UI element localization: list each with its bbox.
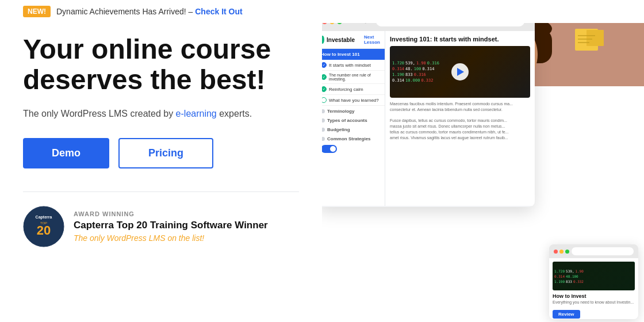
lesson-item-1[interactable]: ✓ It starts with mindset [322, 60, 385, 71]
brand-icon [322, 36, 324, 44]
small-dots [554, 250, 569, 254]
browser-chrome: ← → ↻ [322, 23, 535, 31]
forward-icon[interactable]: → [354, 23, 361, 25]
svg-text:Capterra: Capterra [36, 215, 52, 220]
left-panel: Your online course deserves the best! Th… [0, 23, 322, 322]
small-browser-chrome [549, 244, 638, 258]
play-icon [457, 68, 464, 76]
small-card-subtitle: Everything you need to know about Invest… [553, 300, 635, 304]
play-button[interactable] [451, 63, 469, 80]
group-strategies[interactable]: Common Strategies [322, 133, 385, 143]
dot-green [337, 23, 342, 24]
course-main-title: Investing 101: It starts with mindset. [390, 36, 530, 43]
toggle-track[interactable] [322, 145, 337, 153]
sidebar-section-title: How to Invest 101 [322, 49, 385, 60]
video-placeholder[interactable]: 1.720 539, 1.90 0.316 0.314 48. 100 0.31… [390, 46, 530, 98]
pricing-button[interactable]: Pricing [118, 138, 213, 168]
lesson-check-3: ✓ [322, 86, 327, 92]
next-lesson-label[interactable]: Next Lesson [364, 34, 380, 45]
course-text-content: Maecenas faucibus mollis interdum. Praes… [390, 101, 530, 141]
capterra-badge: Capterra TOP 20 [23, 206, 64, 247]
course-main: Investing 101: It starts with mindset. 1… [385, 31, 535, 206]
lesson-check-active: ✓ [322, 62, 327, 68]
lesson-check-4 [322, 97, 327, 103]
review-button[interactable]: Review [553, 310, 580, 319]
announcement-text: Dynamic Achievements Has Arrived! – Chec… [56, 7, 243, 16]
thumb-number-overlay: 1.720 539, 1.90 0.314 48.100 1.190 833 0… [553, 262, 635, 290]
svg-rect-6 [586, 30, 604, 46]
svg-text:20: 20 [37, 223, 51, 237]
main-container: Your online course deserves the best! Th… [0, 23, 644, 322]
browser-dots [322, 23, 342, 24]
small-card-title: How to Invest [553, 293, 635, 299]
toggle-thumb [330, 146, 336, 152]
group-terminology[interactable]: Terminology [322, 106, 385, 115]
lesson-item-4[interactable]: What have you learned? [322, 95, 385, 106]
announcement-bar: NEW! Dynamic Achievements Has Arrived! –… [0, 0, 644, 23]
dot-yellow [329, 23, 335, 24]
browser-content: Investable Next Lesson How to Invest 101… [322, 31, 535, 206]
sidebar-brand: Investable Next Lesson [322, 31, 385, 49]
toggle-container [322, 143, 385, 155]
small-browser-body: Enrolled 1.720 539, 1.90 0.314 48.100 [549, 258, 638, 319]
award-section: Capterra TOP 20 AWARD WINNING Capterra T… [23, 206, 299, 247]
small-url-bar[interactable] [572, 247, 634, 255]
small-dot-green [565, 250, 569, 254]
lesson-item-3[interactable]: ✓ Reinforcing calm [322, 84, 385, 95]
group-types[interactable]: Types of accounts [322, 115, 385, 124]
course-sidebar: Investable Next Lesson How to Invest 101… [322, 31, 385, 206]
dot-red [322, 23, 327, 24]
award-title: Capterra Top 20 Training Software Winner [74, 220, 268, 231]
small-dot-red [554, 250, 558, 254]
browser-url-bar[interactable] [376, 23, 524, 26]
small-thumbnail: 1.720 539, 1.90 0.314 48.100 1.190 833 0… [553, 262, 635, 290]
group-budgeting[interactable]: Budgeting [322, 124, 385, 133]
brand-name: Investable [327, 37, 355, 43]
small-dot-yellow [559, 250, 564, 254]
award-subtitle: The only WordPress LMS on the list! [74, 233, 268, 243]
award-label: AWARD WINNING [74, 210, 268, 217]
lesson-check-2: ✓ [322, 74, 327, 80]
divider [23, 191, 299, 192]
browser-mockup-main: ← → ↻ Investable Next [322, 23, 535, 207]
back-icon[interactable]: ← [346, 23, 352, 25]
browser-nav: ← → ↻ [346, 23, 368, 25]
lesson-item-2[interactable]: ✓ The number one rule of investing. [322, 71, 385, 84]
right-panel: ← → ↻ Investable Next [322, 23, 644, 322]
cta-buttons: Demo Pricing [23, 138, 299, 168]
demo-button[interactable]: Demo [23, 138, 109, 168]
browser-mockup-small: Enrolled 1.720 539, 1.90 0.314 48.100 [549, 244, 638, 319]
reload-icon[interactable]: ↻ [363, 23, 368, 25]
new-badge: NEW! [23, 6, 51, 17]
award-text: AWARD WINNING Capterra Top 20 Training S… [74, 210, 268, 243]
hero-title: Your online course deserves the best! [23, 34, 299, 95]
check-it-out-link[interactable]: Check It Out [195, 7, 242, 16]
hero-subtitle: The only WordPress LMS created by e-lear… [23, 107, 299, 121]
